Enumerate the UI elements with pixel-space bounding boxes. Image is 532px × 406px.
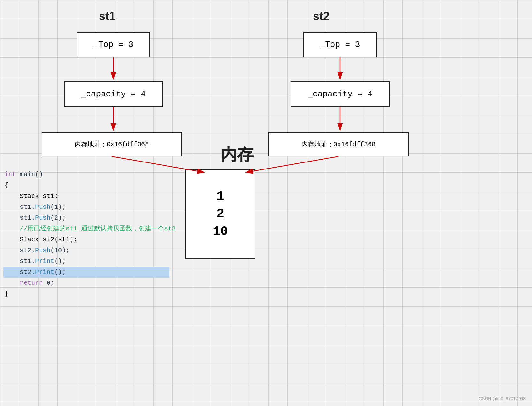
watermark: CSDN @m0_67017963 — [479, 396, 526, 401]
st1-capacity-box: _capacity = 4 — [64, 81, 163, 107]
code-line: } — [3, 289, 169, 299]
st1-addr-value: 0x16fdff368 — [107, 141, 149, 148]
st1-addr-box: 内存地址：0x16fdff368 — [42, 132, 182, 156]
arrow-st2-to-memory — [246, 156, 338, 172]
st2-capacity-box: _capacity = 4 — [291, 81, 390, 107]
st2-label: st2 — [313, 10, 330, 23]
code-block: int main(){ Stack st1; st1.Push(1); st1.… — [3, 169, 169, 299]
main-content: st1 st2 _Top = 3 _capacity = 4 内存地址：0x16… — [0, 0, 532, 406]
code-line: { — [3, 180, 169, 191]
memory-box: 1 2 10 — [185, 169, 255, 259]
code-line: st2.Print(); — [3, 267, 169, 278]
code-line: int main() — [3, 169, 169, 180]
memory-value-3: 10 — [213, 224, 228, 239]
code-line: st1.Print(); — [3, 256, 169, 267]
code-line: st1.Push(2); — [3, 213, 169, 223]
code-line: st1.Push(1); — [3, 202, 169, 213]
memory-value-1: 1 — [217, 189, 224, 204]
st1-addr-label: 内存地址： — [75, 140, 107, 149]
st2-addr-label: 内存地址： — [301, 140, 333, 149]
code-line: Stack st2(st1); — [3, 234, 169, 245]
st1-top-box: _Top = 3 — [77, 32, 150, 57]
code-line: return 0; — [3, 278, 169, 289]
st2-addr-value: 0x16fdff368 — [333, 141, 376, 148]
memory-value-2: 2 — [217, 207, 224, 221]
st1-label: st1 — [99, 10, 116, 23]
code-line: //用已经创建的st1 通过默认拷贝函数，创建一个st2 — [3, 223, 169, 234]
st2-top-box: _Top = 3 — [303, 32, 377, 57]
code-line: Stack st1; — [3, 191, 169, 202]
code-line: st2.Push(10); — [3, 245, 169, 256]
st2-addr-box: 内存地址：0x16fdff368 — [268, 132, 409, 156]
memory-label: 内存 — [220, 144, 254, 166]
